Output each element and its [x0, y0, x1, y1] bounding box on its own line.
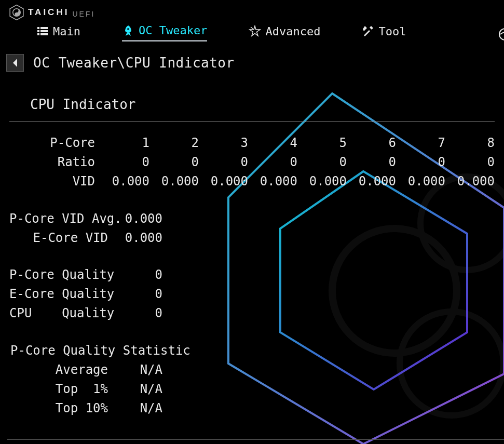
rocket-icon	[122, 24, 134, 37]
pcore-header-label: P-Core	[9, 133, 100, 153]
row-label: VID	[9, 172, 100, 191]
tab-advanced[interactable]: Advanced	[249, 25, 320, 41]
pcore-col-7: 7	[396, 133, 445, 153]
cell-value: 0.000	[248, 172, 297, 191]
list-icon	[36, 25, 49, 37]
bottom-divider	[7, 439, 504, 440]
stat-top1-label: Top 1%	[9, 380, 113, 399]
tab-main[interactable]: Main	[36, 25, 80, 41]
tab-advanced-label: Advanced	[265, 25, 320, 38]
taichi-logo-icon	[8, 4, 25, 21]
cpu-quality-value: 0	[113, 304, 162, 323]
tab-main-label: Main	[53, 25, 80, 38]
ecore-vid-label: E-Core VID	[9, 228, 113, 248]
tab-oc-tweaker[interactable]: OC Tweaker	[122, 24, 207, 42]
tab-tool-label: Tool	[378, 25, 406, 38]
pcore-col-8: 8	[445, 133, 495, 153]
row-label: Ratio	[9, 153, 100, 172]
pcore-col-2: 2	[149, 133, 199, 153]
cell-value: 0.000	[199, 172, 248, 191]
table-row: Ratio00000000	[9, 153, 495, 172]
pcore-table: P-Core 12345678 Ratio00000000VID0.0000.0…	[9, 133, 495, 192]
cpu-quality-label: CPU Quality	[9, 304, 113, 323]
cell-value: 0	[100, 153, 149, 172]
cell-value: 0.000	[396, 172, 445, 191]
back-arrow-icon	[11, 58, 19, 68]
svg-rect-6	[40, 27, 48, 29]
cell-value: 0.000	[100, 172, 149, 191]
ecore-quality-label: E-Core Quality	[9, 285, 113, 304]
pcore-quality-stat-heading: P-Core Quality Statistic	[9, 341, 495, 360]
brand-sub: UEFI	[72, 10, 95, 18]
pcore-col-6: 6	[347, 133, 396, 153]
section-title: CPU Indicator	[9, 97, 495, 122]
svg-line-12	[251, 27, 253, 29]
cell-value: 0	[248, 153, 297, 172]
divider	[9, 122, 495, 122]
ecore-quality-value: 0	[113, 285, 162, 304]
cell-value: 0.000	[297, 172, 347, 191]
cell-value: 0	[149, 153, 199, 172]
content-area: CPU Indicator P-Core 12345678 Ratio00000…	[0, 72, 504, 418]
breadcrumb: OC Tweaker\CPU Indicator	[33, 55, 235, 71]
svg-rect-9	[37, 33, 39, 35]
pcore-quality-label: P-Core Quality	[9, 265, 113, 285]
stat-top1-value: N/A	[113, 380, 162, 399]
svg-rect-10	[40, 33, 48, 35]
pcore-col-4: 4	[248, 133, 297, 153]
pcore-vid-avg-label: P-Core VID Avg.	[9, 209, 113, 228]
stat-top10-label: Top 10%	[9, 399, 113, 418]
pcore-col-3: 3	[199, 133, 248, 153]
svg-rect-7	[37, 30, 39, 32]
star-icon	[249, 25, 261, 37]
svg-point-11	[127, 28, 129, 30]
cell-value: 0	[445, 153, 495, 172]
stat-average-label: Average	[9, 360, 113, 380]
cell-value: 0	[297, 153, 347, 172]
pcore-quality-value: 0	[113, 265, 162, 285]
cell-value: 0.000	[149, 172, 199, 191]
pcore-vid-avg-value: 0.000	[113, 209, 162, 228]
tab-overflow-icon[interactable]	[498, 27, 504, 42]
pcore-col-5: 5	[297, 133, 347, 153]
ecore-vid-value: 0.000	[113, 228, 162, 248]
cell-value: 0.000	[445, 172, 495, 191]
nav-tabs: Main OC Tweaker Advanced Tool	[0, 21, 504, 45]
svg-rect-5	[37, 27, 39, 29]
back-button[interactable]	[6, 54, 24, 72]
brand-name: TAICHI	[28, 7, 69, 18]
header: TAICHI UEFI	[0, 0, 504, 21]
svg-point-13	[499, 29, 504, 40]
cell-value: 0.000	[347, 172, 396, 191]
cell-value: 0	[199, 153, 248, 172]
stat-average-value: N/A	[113, 360, 162, 380]
tab-tool[interactable]: Tool	[362, 25, 406, 41]
table-row: VID0.0000.0000.0000.0000.0000.0000.0000.…	[9, 172, 495, 191]
tab-oc-tweaker-label: OC Tweaker	[139, 24, 207, 37]
cell-value: 0	[396, 153, 445, 172]
cell-value: 0	[347, 153, 396, 172]
svg-rect-8	[40, 30, 48, 32]
stat-top10-value: N/A	[113, 399, 162, 418]
pcore-col-1: 1	[100, 133, 149, 153]
tools-icon	[362, 25, 374, 37]
